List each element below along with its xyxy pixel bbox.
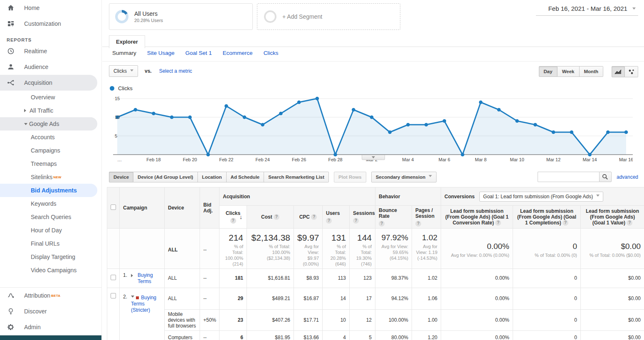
- sidebar-item-overview[interactable]: Overview: [0, 91, 101, 104]
- select-all-checkbox[interactable]: [111, 204, 116, 210]
- cell-campaign: 2. Buying Terms (Stricter): [120, 288, 165, 340]
- select-metric-link[interactable]: Select a metric: [159, 68, 192, 74]
- collapse-row-icon[interactable]: [131, 296, 134, 299]
- subtab-goal-set-1[interactable]: Goal Set 1: [185, 50, 212, 56]
- cell-checkbox: [107, 228, 120, 269]
- col-header-pages-session[interactable]: Pages / Session: [412, 206, 441, 229]
- sidebar-item-video-campaigns[interactable]: Video Campaigns: [0, 264, 101, 277]
- sidebar-item-customization[interactable]: Customization: [0, 16, 101, 32]
- secondary-dimension-dropdown[interactable]: Secondary dimension: [371, 172, 437, 182]
- col-header-bid-adj[interactable]: Bid Adj.: [200, 187, 220, 229]
- sidebar-item-realtime[interactable]: Realtime: [0, 43, 101, 59]
- sidebar-item-acquisition[interactable]: Acquisition: [0, 75, 97, 91]
- sidebar-item-treemaps[interactable]: Treemaps: [0, 157, 101, 170]
- help-icon[interactable]: [353, 218, 359, 224]
- campaign-link[interactable]: Buying Terms (Stricter): [131, 295, 156, 313]
- campaign-link[interactable]: Buying Terms: [138, 272, 161, 285]
- sidebar-item-audience[interactable]: Audience: [0, 59, 101, 75]
- help-icon[interactable]: [415, 221, 421, 227]
- sidebar-item-admin[interactable]: Admin: [0, 319, 101, 335]
- help-icon[interactable]: [326, 218, 332, 224]
- col-header-cost[interactable]: Cost: [247, 206, 294, 229]
- col-header-device[interactable]: Device: [165, 187, 200, 229]
- sidebar-item-label: Home: [24, 5, 39, 11]
- subtab-site-usage[interactable]: Site Usage: [147, 50, 175, 56]
- sidebar-item-hour-of-day[interactable]: Hour of Day: [0, 224, 101, 237]
- granularity-day-button[interactable]: Day: [539, 66, 558, 77]
- cell-completions: 0: [513, 288, 581, 309]
- explorer-tab-band: Explorer: [102, 35, 644, 47]
- sidebar-item-discover[interactable]: Discover: [0, 303, 101, 319]
- sidebar-item-label: Sitelinks: [31, 174, 52, 180]
- granularity-week-button[interactable]: Week: [558, 66, 580, 77]
- sidebar-item-campaigns[interactable]: Campaigns: [0, 144, 101, 157]
- col-header-clicks[interactable]: Clicks: [220, 206, 247, 229]
- date-range-picker[interactable]: Feb 16, 2021 - Mar 16, 2021: [536, 5, 638, 16]
- sidebar-item-all-traffic[interactable]: All Traffic: [0, 104, 101, 117]
- segment-title: All Users: [134, 10, 163, 17]
- col-header-sessions[interactable]: Sessions: [350, 206, 375, 229]
- sidebar-item-attribution[interactable]: Attribution BETA: [0, 288, 101, 303]
- cell-goal-value: $0.00: [581, 309, 644, 330]
- help-icon[interactable]: [495, 220, 501, 226]
- row-checkbox[interactable]: [111, 293, 116, 298]
- cell-device: Mobile devices with full browsers: [165, 309, 200, 330]
- search-button[interactable]: [599, 172, 612, 182]
- svg-text:…: …: [117, 157, 122, 162]
- line-chart-icon: [614, 69, 622, 75]
- col-header-users[interactable]: Users: [323, 206, 350, 229]
- cell-device-all: ALL: [165, 228, 200, 269]
- sidebar-item-keywords[interactable]: Keywords: [0, 197, 101, 210]
- tab-explorer[interactable]: Explorer: [109, 35, 145, 48]
- help-icon[interactable]: [274, 214, 279, 220]
- segment-all-users[interactable]: All Users 20.28% Users: [109, 3, 253, 30]
- cell-device: ALL: [165, 288, 200, 309]
- sidebar-item-final-urls[interactable]: Final URLs: [0, 237, 101, 250]
- col-header-goal-completions[interactable]: Lead form submission (From Google Ads) (…: [513, 206, 581, 229]
- subtab-summary[interactable]: Summary: [112, 50, 136, 56]
- sidebar-item-shopping-campaigns[interactable]: Shopping Campaigns: [0, 277, 101, 281]
- table-search-input[interactable]: [538, 172, 599, 182]
- help-icon[interactable]: [563, 220, 568, 226]
- subtab-ecommerce[interactable]: Ecommerce: [223, 50, 253, 56]
- dimension-tab-search-remarketing-list[interactable]: Search Remarketing List: [264, 172, 329, 182]
- expand-row-icon[interactable]: [131, 274, 135, 277]
- legend-label: Clicks: [118, 85, 133, 91]
- col-header-goal-value[interactable]: Lead form submission (From Google Ads) (…: [581, 206, 644, 229]
- dimension-tab-device[interactable]: Device: [109, 172, 133, 182]
- sidebar-item-google-ads[interactable]: Google Ads: [0, 117, 97, 131]
- metric-selector-dropdown[interactable]: Clicks: [109, 65, 138, 77]
- granularity-month-button[interactable]: Month: [580, 66, 603, 77]
- help-icon[interactable]: [627, 220, 632, 226]
- dimension-tab-device-ad-group[interactable]: Device (Ad Group Level): [133, 172, 198, 182]
- advanced-search-link[interactable]: advanced: [617, 174, 638, 180]
- dimension-tab-location[interactable]: Location: [198, 172, 227, 182]
- cell-cost-total: $2,134.38% of Total: 100.00% ($2,134.38): [247, 228, 294, 269]
- goal-selector-dropdown[interactable]: Goal 1: Lead form submission (From Googl…: [479, 192, 603, 202]
- scatter-chart-icon-button[interactable]: [625, 66, 638, 77]
- help-icon[interactable]: [311, 214, 317, 220]
- add-segment-button[interactable]: + Add Segment: [257, 3, 400, 30]
- help-icon[interactable]: [230, 218, 236, 224]
- dimension-tab-ad-schedule[interactable]: Ad Schedule: [227, 172, 264, 182]
- sidebar-item-accounts[interactable]: Accounts: [0, 131, 101, 144]
- secondary-dimension-label: Secondary dimension: [376, 175, 426, 180]
- date-range-label: Feb 16, 2021 - Mar 16, 2021: [548, 5, 627, 12]
- col-header-bounce-rate[interactable]: Bounce Rate: [375, 206, 412, 229]
- col-header-cpc[interactable]: CPC: [294, 206, 323, 229]
- sidebar-item-home[interactable]: Home: [0, 0, 101, 16]
- line-chart-icon-button[interactable]: [612, 66, 625, 77]
- chart-type-toggle: [612, 66, 638, 77]
- add-segment-label: + Add Segment: [282, 13, 322, 20]
- sidebar-item-search-queries[interactable]: Search Queries: [0, 210, 101, 224]
- sidebar-item-display-targeting[interactable]: Display Targeting: [0, 250, 101, 264]
- sidebar-item-bid-adjustments[interactable]: Bid Adjustments: [0, 184, 97, 197]
- annotations-drawer-handle[interactable]: [362, 155, 385, 160]
- col-header-campaign[interactable]: Campaign: [120, 187, 165, 229]
- row-checkbox[interactable]: [111, 275, 116, 280]
- subtab-clicks[interactable]: Clicks: [264, 50, 279, 56]
- sidebar-item-sitelinks[interactable]: Sitelinks NEW: [0, 170, 101, 184]
- col-header-goal-conversion-rate[interactable]: Lead form submission (From Google Ads) (…: [441, 206, 513, 229]
- row-index: 2.: [123, 294, 130, 300]
- help-icon[interactable]: [379, 221, 385, 227]
